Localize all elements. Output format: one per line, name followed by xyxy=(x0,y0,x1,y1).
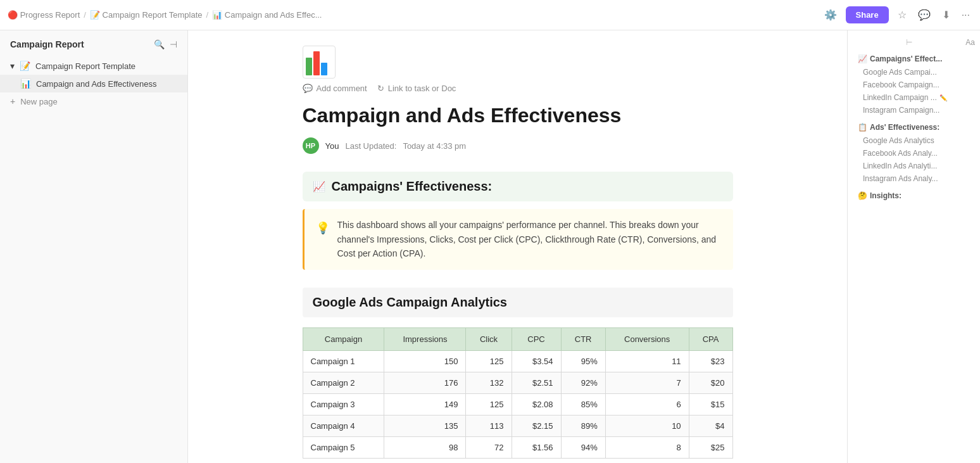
table-cell-r0c0: Campaign 1 xyxy=(303,350,384,372)
share-button[interactable]: Share xyxy=(846,6,889,23)
table-row: Campaign 3149125$2.0885%6$15 xyxy=(303,393,732,415)
table-header: CampaignImpressionsClickCPCCTRConversion… xyxy=(303,327,732,350)
right-ads-label: Ads' Effectiveness: xyxy=(870,123,939,132)
right-section-ads-title[interactable]: 📋 Ads' Effectiveness: xyxy=(853,120,975,134)
settings-icon-btn[interactable]: ⚙️ xyxy=(822,6,839,23)
table-cell-r1c5: 7 xyxy=(605,372,689,393)
right-item-google-campaign[interactable]: Google Ads Campai... xyxy=(853,66,975,79)
bar-blue xyxy=(321,63,327,75)
right-insights-label: Insights: xyxy=(870,191,901,200)
lightbulb-icon: 💡 xyxy=(316,219,330,260)
star-icon-btn[interactable]: ☆ xyxy=(895,6,909,23)
right-campaigns-icon: 📈 xyxy=(858,54,867,63)
table-cell-r4c2: 72 xyxy=(466,436,512,458)
info-text: This dashboard shows all your campaigns'… xyxy=(337,218,722,260)
main-content: 💬 Add comment ↻ Link to task or Doc Camp… xyxy=(188,30,847,463)
breadcrumb-item-2[interactable]: 📝 Campaign Report Template xyxy=(90,10,203,20)
right-insights-icon: 🤔 xyxy=(858,191,867,200)
table-cell-r1c0: Campaign 2 xyxy=(303,372,384,393)
right-item-linkedin-ads[interactable]: LinkedIn Ads Analyti... xyxy=(853,160,975,172)
table-cell-r2c4: 85% xyxy=(561,393,605,415)
sidebar-item-campaign-ads-effectiveness[interactable]: 📊 Campaign and Ads Effectiveness xyxy=(0,75,187,92)
link-to-task-button[interactable]: ↻ Link to task or Doc xyxy=(377,84,456,93)
last-updated-value: Today at 4:33 pm xyxy=(403,141,466,151)
table-cell-r1c3: $2.51 xyxy=(512,372,561,393)
bar-red xyxy=(313,51,320,75)
sidebar-item-campaign-report-template[interactable]: ▾ 📝 Campaign Report Template xyxy=(0,57,187,75)
sidebar-search-icon[interactable]: 🔍 xyxy=(154,39,165,49)
right-item-instagram-campaign[interactable]: Instagram Campaign... xyxy=(853,104,975,117)
bar-chart-sidebar-icon: 📊 xyxy=(20,79,31,89)
add-comment-label: Add comment xyxy=(317,84,367,93)
table-cell-r0c1: 150 xyxy=(384,350,466,372)
sidebar-title: Campaign Report xyxy=(10,39,84,49)
table-cell-r1c6: $20 xyxy=(689,372,732,393)
table-cell-r4c3: $1.56 xyxy=(512,436,561,458)
table-cell-r2c5: 6 xyxy=(605,393,689,415)
right-section-ads: 📋 Ads' Effectiveness: Google Ads Analyti… xyxy=(853,120,975,185)
table-cell-r1c2: 132 xyxy=(466,372,512,393)
sidebar-header-icons: 🔍 ⊣ xyxy=(154,39,177,49)
page-title: Campaign and Ads Effectiveness xyxy=(303,103,733,127)
sidebar-item-label-new-page: New page xyxy=(20,97,58,106)
chat-icon-btn[interactable]: 💬 xyxy=(915,6,933,23)
table-header-conversions: Conversions xyxy=(605,327,689,350)
info-box: 💡 This dashboard shows all your campaign… xyxy=(303,209,733,269)
action-bar: 💬 Add comment ↻ Link to task or Doc xyxy=(303,84,733,93)
table-cell-r2c6: $15 xyxy=(689,393,732,415)
right-item-linkedin-campaign[interactable]: LinkedIn Campaign ... ✏️ xyxy=(853,91,975,104)
sidebar-section: ▾ 📝 Campaign Report Template 📊 Campaign … xyxy=(0,54,187,113)
table-cell-r1c4: 92% xyxy=(561,372,605,393)
right-section-campaigns-title[interactable]: 📈 Campaigns' Effect... xyxy=(853,52,975,66)
page-icon xyxy=(303,46,733,79)
right-panel-header: ⊢ Aa xyxy=(853,38,975,47)
table-cell-r0c3: $3.54 xyxy=(512,350,561,372)
right-section-insights-title[interactable]: 🤔 Insights: xyxy=(853,189,975,203)
right-item-facebook-campaign[interactable]: Facebook Campaign... xyxy=(853,79,975,91)
breadcrumb-separator-1: / xyxy=(84,10,86,20)
table-cell-r4c4: 94% xyxy=(561,436,605,458)
table-cell-r0c2: 125 xyxy=(466,350,512,372)
right-item-facebook-ads[interactable]: Facebook Ads Analy... xyxy=(853,147,975,160)
table-cell-r3c0: Campaign 4 xyxy=(303,415,384,436)
topbar: 🔴 Progress Report / 📝 Campaign Report Te… xyxy=(0,0,980,30)
table-cell-r4c0: Campaign 5 xyxy=(303,436,384,458)
right-panel-aa: Aa xyxy=(965,38,975,47)
comment-icon: 💬 xyxy=(303,84,313,93)
table-header-campaign: Campaign xyxy=(303,327,384,350)
table-row: Campaign 4135113$2.1589%10$4 xyxy=(303,415,732,436)
campaigns-effectiveness-title: Campaigns' Effectiveness: xyxy=(332,179,493,194)
table-body: Campaign 1150125$3.5495%11$23Campaign 21… xyxy=(303,350,732,458)
more-icon-btn[interactable]: ··· xyxy=(959,7,972,23)
table-cell-r0c6: $23 xyxy=(689,350,732,372)
table-cell-r2c0: Campaign 3 xyxy=(303,393,384,415)
link-icon: ↻ xyxy=(377,84,384,93)
table-cell-r3c1: 135 xyxy=(384,415,466,436)
breadcrumb-item-3[interactable]: 📊 Campaign and Ads Effec... xyxy=(212,10,322,20)
table-cell-r2c2: 125 xyxy=(466,393,512,415)
breadcrumb-item-1[interactable]: 🔴 Progress Report xyxy=(8,10,80,20)
campaigns-effectiveness-icon: 📈 xyxy=(313,181,325,193)
right-panel-collapse-btn[interactable]: ⊢ xyxy=(906,38,912,47)
google-ads-section-title: Google Ads Campaign Analytics xyxy=(303,288,733,317)
edit-icon: ✏️ xyxy=(939,94,947,101)
sidebar-item-new-page[interactable]: + New page xyxy=(0,92,187,110)
sidebar-item-label-effectiveness: Campaign and Ads Effectiveness xyxy=(36,79,157,89)
sidebar-header: Campaign Report 🔍 ⊣ xyxy=(0,30,187,54)
author-row: HP You Last Updated: Today at 4:33 pm xyxy=(303,137,733,154)
table-cell-r3c4: 89% xyxy=(561,415,605,436)
notepad-icon: 📝 xyxy=(20,61,30,71)
right-item-instagram-ads[interactable]: Instagram Ads Analy... xyxy=(853,172,975,185)
right-campaigns-label: Campaigns' Effect... xyxy=(870,54,942,63)
breadcrumb: 🔴 Progress Report / 📝 Campaign Report Te… xyxy=(8,10,817,20)
campaigns-effectiveness-heading: 📈 Campaigns' Effectiveness: xyxy=(303,172,733,201)
table-header-row: CampaignImpressionsClickCPCCTRConversion… xyxy=(303,327,732,350)
table-cell-r3c3: $2.15 xyxy=(512,415,561,436)
table-header-cpc: CPC xyxy=(512,327,561,350)
export-icon-btn[interactable]: ⬇ xyxy=(939,6,953,23)
sidebar-collapse-icon[interactable]: ⊣ xyxy=(170,39,177,49)
avatar: HP xyxy=(303,137,319,154)
table-cell-r0c4: 95% xyxy=(561,350,605,372)
right-item-google-ads[interactable]: Google Ads Analytics xyxy=(853,134,975,147)
add-comment-button[interactable]: 💬 Add comment xyxy=(303,84,367,93)
